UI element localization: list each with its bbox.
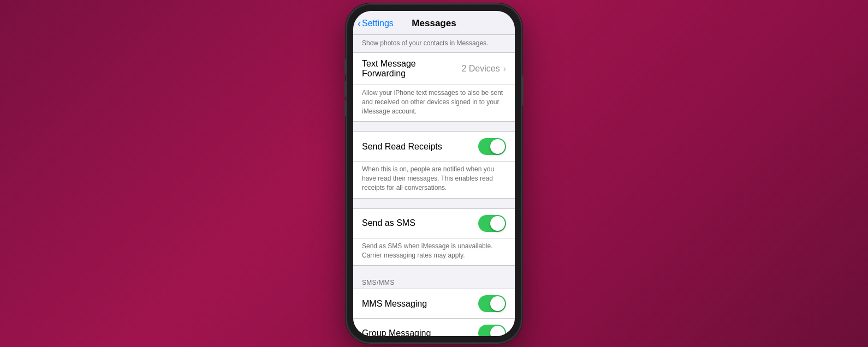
back-chevron-icon: ‹ [358, 19, 361, 28]
settings-list: Show photos of your contacts in Messages… [353, 35, 515, 336]
sms-mms-section-label: SMS/MMS [353, 276, 515, 289]
group-messaging-knob [490, 326, 505, 336]
mms-messaging-knob [490, 296, 505, 311]
nav-bar: ‹ Settings Messages [353, 11, 515, 35]
back-button[interactable]: ‹ Settings [358, 19, 394, 28]
sms-description: Send as SMS when iMessage is unavailable… [353, 238, 515, 266]
mms-messaging-row[interactable]: MMS Messaging [353, 289, 515, 319]
group-messaging-toggle[interactable] [478, 325, 506, 336]
forwarding-chevron-icon: › [503, 64, 506, 74]
send-read-receipts-label: Send Read Receipts [362, 142, 478, 152]
mms-messaging-toggle[interactable] [478, 295, 506, 312]
forwarding-description: Allow your iPhone text messages to also … [353, 85, 515, 122]
group-messaging-label: Group Messaging [362, 328, 478, 336]
text-message-forwarding-value: 2 Devices [461, 64, 500, 74]
gap-1 [353, 122, 515, 131]
gap-2 [353, 199, 515, 208]
forwarding-group: Text Message Forwarding 2 Devices › [353, 52, 515, 85]
receipts-description: When this is on, people are notified whe… [353, 161, 515, 198]
page-title: Messages [412, 18, 456, 29]
send-read-receipts-knob [490, 139, 505, 154]
send-as-sms-toggle[interactable] [478, 215, 506, 232]
text-message-forwarding-row[interactable]: Text Message Forwarding 2 Devices › [353, 53, 515, 85]
phone-frame: ‹ Settings Messages Show photos of your … [347, 4, 521, 343]
top-description: Show photos of your contacts in Messages… [353, 35, 515, 52]
send-read-receipts-toggle[interactable] [478, 138, 506, 155]
sms-mms-group: MMS Messaging Group Messaging [353, 289, 515, 336]
mms-messaging-label: MMS Messaging [362, 299, 478, 309]
phone-screen: ‹ Settings Messages Show photos of your … [353, 11, 515, 336]
screen-content: ‹ Settings Messages Show photos of your … [353, 11, 515, 336]
send-read-receipts-row[interactable]: Send Read Receipts [353, 132, 515, 161]
receipts-group: Send Read Receipts [353, 131, 515, 161]
send-as-sms-label: Send as SMS [362, 218, 478, 228]
send-as-sms-knob [490, 216, 505, 231]
text-message-forwarding-label: Text Message Forwarding [362, 59, 461, 79]
phone-device: ‹ Settings Messages Show photos of your … [347, 4, 521, 343]
back-label[interactable]: Settings [362, 19, 394, 28]
send-as-sms-row[interactable]: Send as SMS [353, 209, 515, 238]
group-messaging-row[interactable]: Group Messaging [353, 319, 515, 336]
gap-3 [353, 266, 515, 276]
sms-group: Send as SMS [353, 208, 515, 238]
